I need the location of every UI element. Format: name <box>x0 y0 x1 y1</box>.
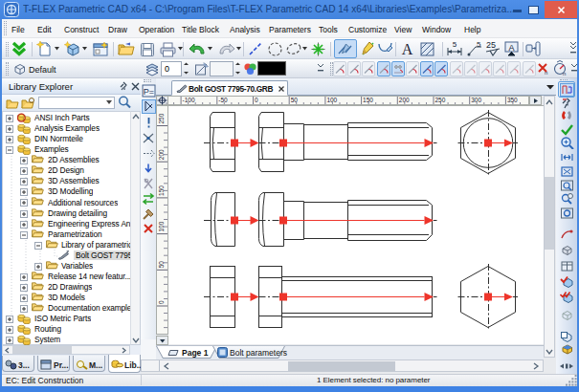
svg-text:0: 0 <box>158 300 165 304</box>
svg-text:150: 150 <box>158 185 165 196</box>
svg-text:250: 250 <box>158 113 165 123</box>
svg-text:50: 50 <box>291 97 299 103</box>
svg-text:25: 25 <box>486 40 496 50</box>
svg-text:n: n <box>563 71 566 76</box>
svg-text:0: 0 <box>255 97 258 103</box>
svg-text:A: A <box>508 43 514 53</box>
svg-text:300: 300 <box>471 97 481 103</box>
svg-text:50: 50 <box>158 261 165 269</box>
svg-text:n: n <box>545 70 547 76</box>
svg-text:5: 5 <box>477 40 481 49</box>
svg-text:-50: -50 <box>218 97 228 103</box>
svg-text:100: 100 <box>158 221 165 231</box>
svg-text:-100: -100 <box>183 97 195 103</box>
svg-text:A: A <box>402 41 413 57</box>
svg-text:350: 350 <box>507 97 518 103</box>
svg-text:P=: P= <box>144 87 154 97</box>
svg-text:200: 200 <box>158 149 165 160</box>
svg-text:250: 250 <box>435 97 446 103</box>
svg-text:150: 150 <box>363 97 373 103</box>
svg-text:200: 200 <box>399 97 410 103</box>
svg-text:100: 100 <box>326 97 337 103</box>
svg-text:5: 5 <box>453 40 457 49</box>
